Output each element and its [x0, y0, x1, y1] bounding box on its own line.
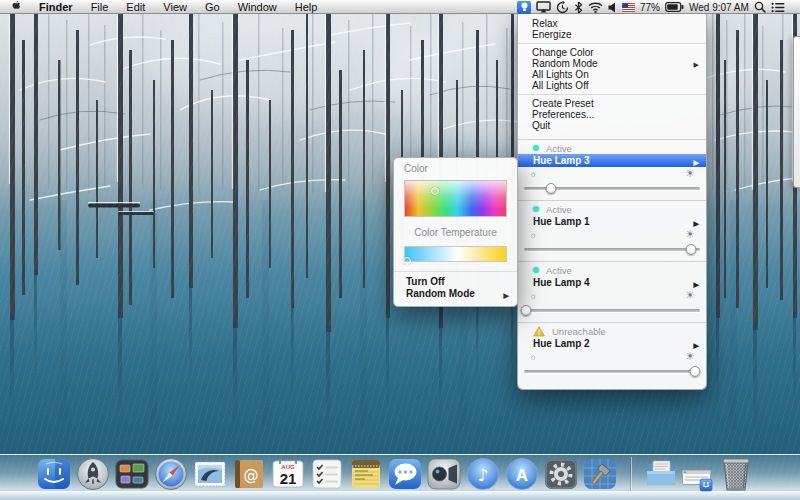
notification-center-icon[interactable]: [771, 0, 785, 14]
menu-item-all-lights-on[interactable]: All Lights On: [518, 69, 706, 80]
hue-lightbulb-icon[interactable]: [517, 1, 531, 14]
menu-item-preferences[interactable]: Preferences...: [518, 109, 706, 120]
dock-itunes-icon[interactable]: ♪: [465, 456, 501, 492]
battery-percent-label: 77%: [640, 2, 660, 13]
brightness-slider[interactable]: [522, 363, 702, 379]
color-picker-swatch[interactable]: [404, 180, 507, 217]
menu-item-label: Relax: [532, 18, 558, 29]
brightness-icons-row: ☼ ☀: [518, 228, 706, 241]
apple-menu[interactable]: [0, 0, 30, 13]
menubar-menu-finder[interactable]: Finder: [30, 1, 82, 13]
dock-calendar-icon[interactable]: AUG 21: [270, 456, 306, 492]
lamp-menu-item-hue-lamp-1[interactable]: Hue Lamp 1 ▶: [518, 215, 706, 228]
lamp-status-label: Active: [546, 265, 572, 276]
menu-item-label: Energize: [532, 29, 571, 40]
color-temperature-bar[interactable]: [404, 246, 507, 262]
dock-separator: [630, 457, 631, 491]
menu-item-label: All Lights Off: [532, 80, 589, 91]
dock-reminders-icon[interactable]: [309, 456, 345, 492]
lamp-name-label: Hue Lamp 3: [533, 155, 590, 166]
menubar-clock[interactable]: Wed 9:07 AM: [689, 2, 749, 13]
lamp-menu-item-hue-lamp-4[interactable]: Hue Lamp 4 ▶: [518, 276, 706, 289]
wifi-icon[interactable]: [588, 0, 603, 14]
menubar-menus: FinderFileEditViewGoWindowHelp: [0, 0, 326, 13]
lamp-section-hue-lamp-2: Unreachable Hue Lamp 2 ▶ ☼ ☀: [518, 322, 706, 383]
dock-xcode-icon[interactable]: [582, 456, 618, 492]
temperature-selector[interactable]: [403, 257, 411, 265]
brightness-slider[interactable]: [522, 302, 702, 318]
submenu-arrow-icon: ▶: [504, 290, 509, 302]
calendar-day-label: 21: [280, 470, 297, 487]
dock-facetime-icon[interactable]: [426, 456, 462, 492]
bluetooth-icon[interactable]: [574, 0, 583, 14]
menu-item-change-color[interactable]: Change Color: [518, 47, 706, 58]
brightness-icons-row: ☼ ☀: [518, 167, 706, 180]
slider-knob[interactable]: [689, 366, 700, 377]
dock-safari-icon[interactable]: [153, 456, 189, 492]
slider-track: [524, 248, 700, 251]
menu-item-random-mode[interactable]: Random Mode ▶: [518, 58, 706, 69]
us-flag-icon[interactable]: [622, 0, 635, 14]
menu-item-label: All Lights On: [532, 69, 589, 80]
menubar-menu-view[interactable]: View: [154, 1, 196, 13]
menubar-menu-help[interactable]: Help: [286, 1, 327, 13]
menu-item-quit[interactable]: Quit: [518, 120, 706, 131]
brightness-dim-icon: ☼: [529, 230, 537, 240]
battery-icon[interactable]: [665, 0, 684, 14]
active-status-dot: [533, 206, 539, 212]
dock-trash-icon[interactable]: [717, 454, 755, 492]
svg-text:A: A: [516, 466, 528, 485]
dock-notes-icon[interactable]: [348, 456, 384, 492]
dock-documents-folder-icon[interactable]: [643, 456, 679, 492]
slider-knob[interactable]: [545, 183, 556, 194]
brightness-slider[interactable]: [522, 241, 702, 257]
menu-item-random-mode-sub[interactable]: Random Mode▶: [394, 288, 517, 300]
time-machine-icon[interactable]: [556, 0, 569, 14]
dock: @ AUG 21: [0, 454, 800, 500]
menu-item-energize[interactable]: Energize: [518, 29, 706, 40]
menubar-menu-go[interactable]: Go: [196, 1, 229, 13]
menubar: FinderFileEditViewGoWindowHelp: [0, 0, 800, 14]
dock-mission-control-icon[interactable]: [114, 456, 150, 492]
brightness-dim-icon: ☼: [529, 291, 537, 301]
random-mode-label: Random Mode: [406, 288, 475, 299]
menu-item-relax[interactable]: Relax: [518, 18, 706, 29]
slider-knob[interactable]: [520, 305, 531, 316]
menu-item-create-preset[interactable]: Create Preset: [518, 98, 706, 109]
brightness-slider[interactable]: [522, 180, 702, 196]
lamp-menu-item-hue-lamp-2[interactable]: Hue Lamp 2 ▶: [518, 337, 706, 350]
offscreen-window-edge[interactable]: [793, 36, 800, 188]
dock-finder-icon[interactable]: [36, 456, 72, 492]
lamp-status-label: Unreachable: [552, 326, 606, 337]
volume-icon[interactable]: [608, 0, 617, 14]
dock-messages-icon[interactable]: [387, 456, 423, 492]
color-section-label: Color: [394, 163, 517, 175]
dock-app-store-icon[interactable]: A: [504, 456, 540, 492]
lamp-section-hue-lamp-4: Active Hue Lamp 4 ▶ ☼ ☀: [518, 261, 706, 322]
menu-item-turn-off[interactable]: Turn Off: [394, 276, 517, 288]
dock-icons: @ AUG 21: [36, 454, 755, 492]
menubar-menu-file[interactable]: File: [82, 1, 118, 13]
apple-logo-icon: [10, 0, 21, 13]
menubar-menu-edit[interactable]: Edit: [117, 1, 154, 13]
menubar-menu-window[interactable]: Window: [229, 1, 286, 13]
dock-minimized-window[interactable]: [682, 462, 714, 492]
separator: [518, 43, 706, 44]
lamp-section-hue-lamp-3: Active Hue Lamp 3 ▶ ☼ ☀: [518, 139, 706, 200]
color-temperature-label: Color Temperature: [394, 227, 517, 239]
airplay-display-icon[interactable]: [536, 0, 551, 14]
svg-text:♪: ♪: [478, 465, 489, 485]
color-submenu-panel: Color Color Temperature Turn Off Random …: [393, 157, 518, 307]
slider-knob[interactable]: [686, 244, 697, 255]
menu-item-all-lights-off[interactable]: All Lights Off: [518, 80, 706, 91]
brightness-icons-row: ☼ ☀: [518, 350, 706, 363]
color-picker-selector[interactable]: [431, 187, 439, 195]
dock-system-preferences-icon[interactable]: [543, 456, 579, 492]
dock-floor: [0, 491, 800, 500]
dock-launchpad-icon[interactable]: [75, 456, 111, 492]
lamp-menu-item-hue-lamp-3[interactable]: Hue Lamp 3 ▶: [518, 154, 706, 167]
dock-contacts-icon[interactable]: @: [231, 456, 267, 492]
dock-mail-icon[interactable]: [192, 456, 228, 492]
submenu-arrow-icon: ▶: [694, 156, 699, 169]
spotlight-icon[interactable]: [754, 0, 766, 14]
